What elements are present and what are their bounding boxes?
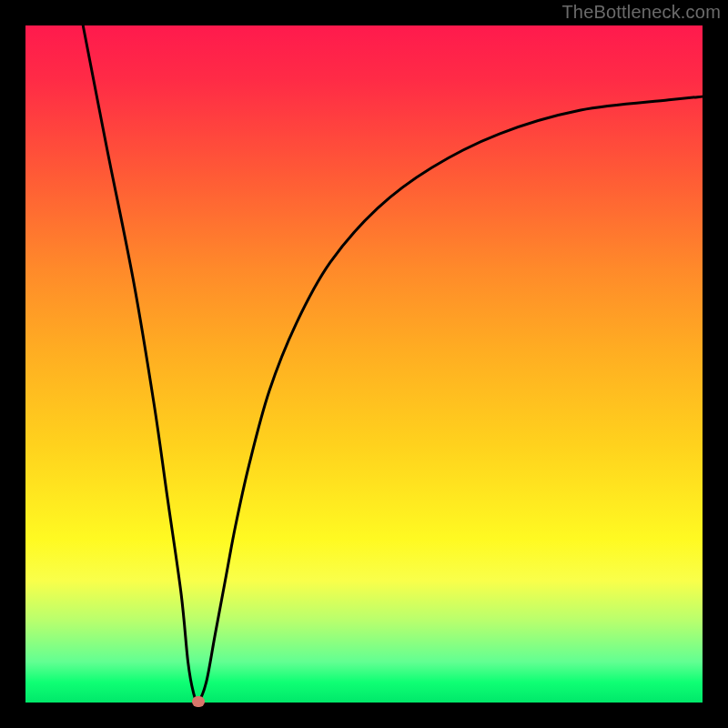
chart-curve-svg	[25, 25, 703, 703]
watermark: TheBottleneck.com	[561, 2, 721, 23]
min-marker	[192, 696, 205, 707]
plot-area	[25, 25, 703, 703]
bottleneck-curve-path	[83, 25, 703, 702]
